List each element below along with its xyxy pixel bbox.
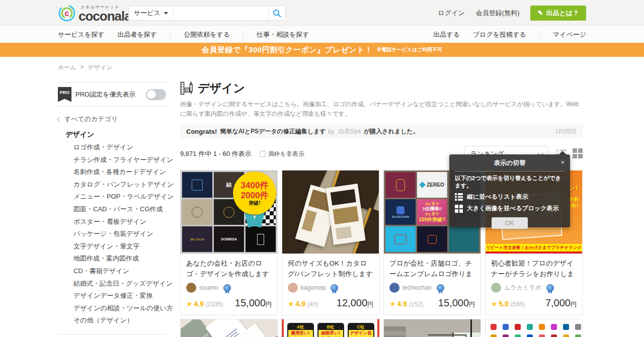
sidebar-item-businesscard[interactable]: 名刺作成・各種カードデザイン [58, 166, 166, 179]
category-description: 画像・デザインに関するサービスはこちら。画像加工、ロゴの作成、バナーデザインなど… [180, 100, 583, 119]
service-image-catalog[interactable] [282, 171, 379, 254]
nav-find-jobs[interactable]: 仕事・相談を探す [257, 30, 309, 39]
sidebar-item-data-fix[interactable]: デザインデータ修正・変換 [58, 290, 166, 302]
popup-divider [455, 171, 565, 172]
sidebar-item-logo[interactable]: ロゴ作成・デザイン [58, 141, 166, 154]
results-count: 9,871 件中 1 - 60 件表示 [180, 149, 252, 158]
seller-avatar[interactable] [491, 283, 501, 293]
hide-full-filter[interactable]: 満枠を非表示 [260, 150, 304, 158]
toggle-knob [147, 90, 156, 99]
sidebar-item-package[interactable]: パッケージ・包装デザイン [58, 228, 166, 240]
nav-find-services[interactable]: サービスを探す [58, 30, 105, 39]
promo-text: 6ヶ月で [425, 212, 439, 216]
sidebar-item-poster[interactable]: ポスター・看板デザイン [58, 216, 166, 228]
seller-avatar[interactable] [186, 283, 196, 293]
sidebar-item-wedding[interactable]: 結婚式・記念日・グッズデザイン [58, 278, 166, 290]
sidebar-item-cad-cg[interactable]: 図面・CAD・パース・CG作成 [58, 203, 166, 216]
company-point: デザイン良い! [349, 330, 373, 337]
list-option-label: 縦に並べるリスト表示 [467, 193, 528, 201]
sidebar-item-menu-pop[interactable]: メニュー・POP・ラベルデザイン [58, 191, 166, 203]
seller-name[interactable]: kagomep [301, 284, 326, 291]
pro-priority-toggle[interactable] [146, 89, 166, 100]
sidebar-item-map[interactable]: 地図作成・案内図作成 [58, 252, 166, 265]
breadcrumb-home[interactable]: ホーム [58, 63, 76, 72]
rating-value: 4.9 [296, 300, 305, 308]
review-count: (152) [409, 301, 423, 308]
close-icon[interactable]: × [560, 158, 565, 166]
sidebar-item-other[interactable]: その他（デザイン） [58, 314, 166, 327]
sidebar-section-design[interactable]: デザイン [65, 130, 166, 139]
svg-text:c: c [65, 9, 69, 18]
sidebar-item-flyer[interactable]: チラシ作成・フライヤーデザイン [58, 154, 166, 166]
nav-public-request[interactable]: 公開依頼をする [184, 30, 230, 39]
service-card[interactable]: 何のサイズもOK！カタログ/パンフレット制作します kagomep ★ 4.9 … [282, 170, 379, 315]
sidebar-all-categories[interactable]: すべてのカテゴリ [58, 115, 166, 124]
all-categories-label: すべてのカテゴリ [64, 115, 118, 124]
search-icon [273, 9, 281, 18]
achievement-badge: 3400件 2000件 突破! [233, 172, 276, 215]
sidebar-item-catalog[interactable]: カタログ・パンフレットデザイン [58, 179, 166, 191]
congrats-timestamp: 1時間前 [555, 127, 577, 136]
congrats-service-link[interactable]: 簡単なAIとPSデータの修正編集します [220, 127, 326, 136]
sell-info-label: 出品とは？ [546, 9, 579, 18]
service-price: 15,000円 [438, 297, 475, 309]
seller-avatar[interactable] [389, 283, 399, 293]
hide-full-label: 満枠を非表示 [268, 150, 304, 158]
review-count: (40) [307, 301, 318, 308]
nav-divider [539, 31, 540, 38]
sidebar-item-consult[interactable]: デザインの相談・ツールの使い方 [58, 302, 166, 315]
star-icon: ★ [389, 300, 396, 308]
nav-sell[interactable]: 出品する [433, 30, 460, 39]
popup-ok-button[interactable]: OK [492, 217, 528, 229]
sidebar-item-cd-book[interactable]: CD・書籍デザイン [58, 265, 166, 278]
search-category-value: サービス [134, 9, 160, 18]
campaign-banner[interactable]: 会員登録で『300円割引クーポン』プレゼント！ ※電話サービスはご利用不可 [0, 43, 644, 57]
sidebar-section-service-type: サービスの種類 [58, 334, 166, 337]
service-title[interactable]: あなたの会社・お店のロゴ・デザインを作成します [186, 259, 272, 279]
seller-name[interactable]: techiochan [403, 284, 432, 291]
view-switch-popup: 表示の切替 × 以下の2つで表示を切り替えることができます。 縦に並べるリスト表… [449, 154, 570, 227]
seller-name[interactable]: sixamo [199, 284, 218, 291]
hide-full-checkbox[interactable] [260, 151, 266, 157]
badge-fav-count: 3400件 [241, 181, 269, 191]
service-card-bizcards[interactable]: KIWI COFFEE [180, 319, 278, 337]
nav-mypage[interactable]: マイページ [553, 30, 586, 39]
logo-name: coconala [78, 10, 131, 23]
service-card-interior-cg[interactable] [383, 319, 481, 337]
comparison-badges: A社 費用安い! デザインぼちぼち しかしAIは別費用 B社 納期早い! ラフ案… [284, 319, 377, 337]
nav-find-sellers[interactable]: 出品者を探す [118, 30, 157, 39]
service-card-comparison-flyer[interactable]: A社 費用安い! デザインぼちぼち しかしAIは別費用 B社 納期早い! ラフ案… [282, 319, 379, 337]
service-card-logo-collection[interactable] [485, 319, 583, 337]
chevron-left-icon [57, 117, 62, 122]
breadcrumb-current: デザイン [88, 63, 113, 72]
badge-sales-count: 2000件 [241, 191, 269, 201]
review-count: (2335) [206, 301, 223, 308]
rating-value: 4.9 [194, 300, 204, 308]
sidebar-item-lettering[interactable]: 文字デザイン・筆文字 [58, 240, 166, 253]
service-title[interactable]: 何のサイズもOK！カタログ/パンフレット制作します [288, 259, 373, 279]
nav-post-blog[interactable]: ブログを投稿する [473, 30, 526, 39]
search-input[interactable] [174, 6, 268, 20]
pro-toggle-label: PRO認定を優先表示 [75, 90, 146, 99]
search-category-select[interactable]: サービス [129, 6, 174, 20]
service-card[interactable]: 結 黒 SKY JULEA SONRISA 3400件 2000件 突破! [180, 170, 278, 315]
congrats-by: by [328, 128, 335, 135]
campaign-note: ※電話サービスはご利用不可 [376, 46, 442, 53]
signup-link[interactable]: 会員登録(無料) [476, 9, 520, 18]
decor [428, 334, 466, 337]
service-image-logo-portfolio[interactable]: 結 黒 SKY JULEA SONRISA 3400件 2000件 突破! [181, 171, 277, 254]
company-point: 費用安い! [288, 330, 313, 336]
seller-avatar[interactable] [288, 283, 298, 293]
company-name: A社 [288, 324, 313, 330]
coconala-logo[interactable]: c スキルマーケット coconala [58, 4, 131, 23]
login-link[interactable]: ログイン [438, 9, 465, 18]
popup-list-option: 縦に並べるリスト表示 [449, 190, 570, 201]
sell-info-button[interactable]: ✎ 出品とは？ [530, 6, 586, 21]
seller-name[interactable]: ムラカミラボ [504, 284, 541, 292]
search-button[interactable] [268, 6, 285, 20]
block-view-button[interactable] [573, 148, 583, 158]
service-title[interactable]: プロが会社・店舗ロゴ、チームエンブレムロゴ作ります [389, 259, 475, 279]
congrats-buyer[interactable]: 白衣Sya [338, 127, 361, 136]
service-title[interactable]: 初心者歓迎！プロのデザイナーがチラシをお作りします [491, 259, 577, 279]
rating-value: 5.0 [499, 300, 509, 308]
